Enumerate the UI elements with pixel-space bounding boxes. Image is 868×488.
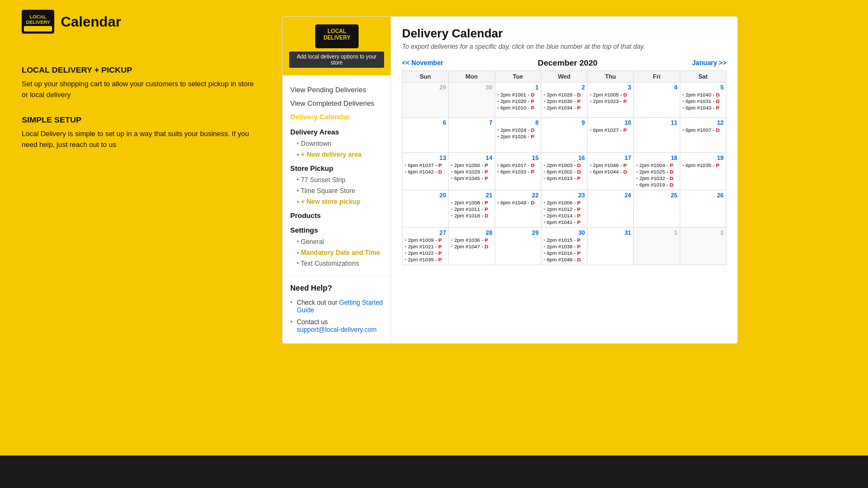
calendar-day-header-sun: Sun [403,71,449,82]
day-number[interactable]: 29 [497,229,539,236]
card-content: Delivery Calendar To export deliveries f… [391,17,737,343]
delivery-item: • 6pm #1045 - P [451,175,492,181]
day-number[interactable]: 14 [451,155,492,161]
delivery-item: • 2pm #1018 - D [451,213,492,219]
day-number[interactable]: 4 [636,84,677,91]
day-number[interactable]: 2 [544,84,585,91]
calendar-subtitle: To export deliveries for a specific day,… [402,43,726,50]
day-number[interactable]: 20 [405,192,446,198]
svg-text:LOCAL: LOCAL [30,14,47,20]
delivery-item: • 6pm #1042 - D [405,169,446,175]
month-title: December 2020 [538,58,597,67]
nav-view-completed[interactable]: View Completed Deliveries [290,97,383,110]
day-number[interactable]: 7 [451,119,492,126]
calendar-day-cell: 1 [634,228,680,265]
nav-store-pickup-title: Store Pickup [290,160,383,175]
delivery-item: • 6pm #1010 - P [497,105,539,111]
day-number[interactable]: 8 [497,119,539,126]
nav-settings-title: Settings [290,222,383,236]
delivery-item: • 6pm #1035 - P [682,162,724,168]
day-number[interactable]: 18 [636,155,677,161]
day-number: 2 [682,229,724,236]
section1-heading: LOCAL DELIVERY + PICKUP [22,65,260,74]
nav-text-customizations[interactable]: Text Customizations [290,258,383,269]
calendar-day-cell: 15• 6pm #1017 - D• 6pm #1033 - P [495,153,541,190]
day-number[interactable]: 16 [544,155,585,161]
logo-icon: LOCAL DELIVERY [22,10,54,34]
need-help-section: Need Help? Check out our Getting Started… [283,275,391,343]
calendar-day-cell: 11 [634,118,680,153]
delivery-item: • 2pm #1038 - P [544,243,585,249]
delivery-item: • 2pm #1030 - P [544,98,585,104]
day-number[interactable]: 21 [451,192,492,198]
calendar-week-row: 2021• 2pm #1008 - P• 2pm #1011 - P• 2pm … [403,190,726,228]
day-number: 30 [451,84,492,91]
header-title: Calendar [61,14,121,30]
need-help-contact: Contact us support@local-delivery.com [290,316,383,336]
day-number[interactable]: 17 [590,155,631,161]
next-month-button[interactable]: January >> [692,59,726,67]
delivery-item: • 2pm #1014 - P [544,213,585,219]
delivery-item: • 2pm #1003 - D [544,162,585,168]
calendar-header-row: SunMonTueWedThuFriSat [403,71,726,82]
day-number[interactable]: 1 [497,84,539,91]
day-number[interactable]: 9 [544,119,585,126]
day-number[interactable]: 6 [405,119,446,126]
delivery-item: • 6pm #1048 - D [544,256,585,262]
day-number[interactable]: 22 [497,192,539,198]
calendar-day-cell: 20 [403,190,449,228]
nav-time-square[interactable]: Time Square Store [290,185,383,196]
day-number[interactable]: 31 [590,229,631,236]
day-number[interactable]: 10 [590,119,631,126]
day-number[interactable]: 11 [636,119,677,126]
nav-new-delivery-area[interactable]: + New delivery area [290,149,383,160]
day-number[interactable]: 13 [405,155,446,161]
calendar-day-header-tue: Tue [495,71,541,82]
delivery-item: • 6pm #1043 - P [682,105,724,111]
getting-started-link[interactable]: Getting Started Guide [297,299,383,314]
nav-view-pending[interactable]: View Pending Deliveries [290,83,383,97]
nav-sunset-strip[interactable]: 77 Sunset Strip [290,175,383,185]
card-sidebar-header: LOCAL DELIVERY Add local delivery option… [283,17,391,75]
logo-area: LOCAL DELIVERY Calendar [22,10,121,34]
calendar-day-cell: 29 [495,228,541,265]
day-number[interactable]: 23 [544,192,585,198]
calendar-day-cell: 2 [680,228,726,265]
support-email-link[interactable]: support@local-delivery.com [297,326,376,333]
svg-text:DELIVERY: DELIVERY [323,35,350,41]
calendar-day-cell: 8• 2pm #1024 - D• 2pm #1026 - P [495,118,541,153]
day-number[interactable]: 3 [590,84,631,91]
day-number[interactable]: 26 [682,192,724,198]
delivery-item: • 2pm #1036 - P [451,237,492,243]
nav-general[interactable]: General [290,236,383,247]
delivery-item: • 2pm #1039 - P [405,256,446,262]
add-delivery-button[interactable]: Add local delivery options to your store [289,52,384,68]
day-number[interactable]: 25 [636,192,677,198]
day-number[interactable]: 5 [682,84,724,91]
calendar-day-cell: 14• 2pm #1050 - P• 6pm #1029 - P• 6pm #1… [449,153,495,190]
nav-mandatory-date[interactable]: Mandatory Date and Time [290,247,383,258]
delivery-item: • 2pm #1047 - D [451,243,492,249]
calendar-nav: << November December 2020 January >> [402,58,726,67]
delivery-item: • 6pm #1016 - P [544,250,585,256]
nav-downtown[interactable]: Downtown [290,138,383,149]
delivery-item: • 2pm #1006 - P [544,200,585,206]
day-number[interactable]: 12 [682,119,724,126]
delivery-item: • 6pm #1041 - P [544,219,585,225]
calendar-day-cell: 23• 2pm #1006 - P• 2pm #1012 - P• 2pm #1… [541,190,587,228]
day-number[interactable]: 15 [497,155,539,161]
svg-rect-3 [24,26,52,31]
day-number[interactable]: 19 [682,155,724,161]
day-number[interactable]: 24 [590,192,631,198]
calendar-day-cell: 3• 2pm #1005 - D• 2pm #1023 - P [588,82,634,118]
delivery-item: • 2pm #1009 - P [405,237,446,243]
nav-delivery-calendar[interactable]: Delivery Calendar [290,110,383,124]
calendar-day-cell: 25 [634,190,680,228]
prev-month-button[interactable]: << November [402,59,443,67]
day-number[interactable]: 28 [451,229,492,236]
day-number[interactable]: 27 [405,229,446,236]
day-number[interactable]: 30 [544,229,585,236]
delivery-item: • 2pm #1021 - P [405,243,446,249]
calendar-day-cell: 21• 2pm #1008 - P• 2pm #1011 - P• 2pm #1… [449,190,495,228]
nav-new-store-pickup[interactable]: + New store pickup [290,196,383,207]
